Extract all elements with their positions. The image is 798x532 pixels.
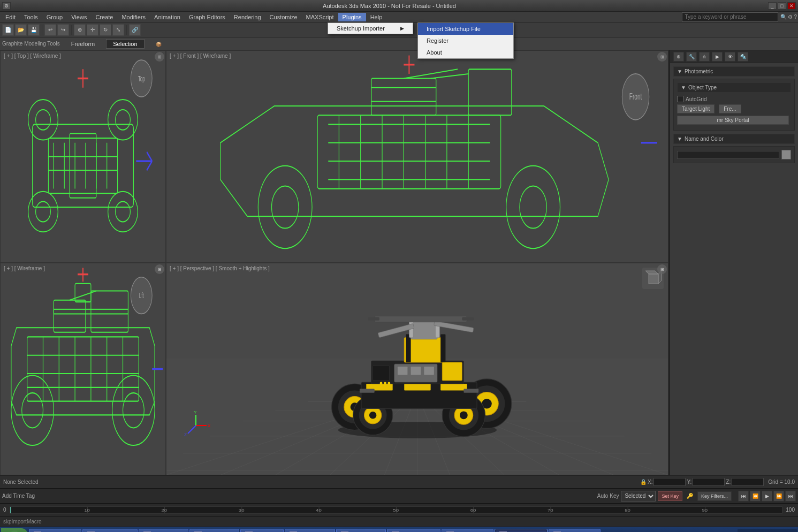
- play-back-button[interactable]: ⏮: [738, 491, 749, 501]
- viewport-front-corner[interactable]: ⊞: [657, 52, 667, 62]
- menu-modifiers[interactable]: Modifiers: [117, 13, 150, 21]
- selected-dropdown[interactable]: Selected: [621, 491, 656, 501]
- close-button[interactable]: ✕: [787, 2, 796, 10]
- taskbar-items: 📁 Windows Ta... 🔧 SimLabCore ... 📄 3 Mic…: [29, 529, 736, 533]
- utilities-icon-btn[interactable]: 🔩: [738, 52, 748, 62]
- svg-point-100: [462, 378, 512, 428]
- svg-line-94: [417, 393, 450, 475]
- tab-freeform[interactable]: Freeform: [64, 39, 102, 49]
- menu-graph-editors[interactable]: Graph Editors: [185, 13, 230, 21]
- taskbar-microsoft3[interactable]: 📄 3 Microsoft...: [336, 529, 386, 533]
- toolbar-rotate[interactable]: ↻: [100, 24, 111, 36]
- toolbar-move[interactable]: ✛: [87, 24, 98, 36]
- next-frame-button[interactable]: ⏩: [773, 491, 784, 501]
- taskbar-advanced[interactable]: ⚙ Advanced In...: [387, 529, 440, 533]
- display-icon-btn[interactable]: 👁: [725, 52, 735, 62]
- menu-animation[interactable]: Animation: [150, 13, 185, 21]
- name-color-header[interactable]: ▼ Name and Color: [673, 134, 795, 144]
- svg-point-140: [379, 382, 382, 384]
- taskbar-output-jpg[interactable]: 🖼 output.jpg - ...: [549, 529, 601, 533]
- color-swatch[interactable]: [781, 150, 791, 159]
- taskbar-calculator[interactable]: 🔢 Calculator: [240, 529, 284, 533]
- menu-bar: Edit Tools Group Views Create Modifiers …: [0, 12, 798, 22]
- name-input[interactable]: [677, 151, 779, 159]
- menu-group[interactable]: Group: [42, 13, 67, 21]
- y-label: Y:: [687, 479, 691, 485]
- start-button[interactable]: ⊞: [1, 528, 28, 533]
- target-light-button[interactable]: Target Light: [677, 104, 715, 113]
- taskbar-windows2[interactable]: 🪟 2 Windows...: [189, 529, 239, 533]
- svg-text:70: 70: [547, 508, 553, 512]
- taskbar-microsoft1[interactable]: 📄 3 Microsoft...: [139, 529, 188, 533]
- photometric-header[interactable]: ▼ Photometric: [673, 66, 795, 77]
- svg-text:Z: Z: [184, 432, 187, 437]
- menu-help[interactable]: Help: [366, 13, 387, 21]
- viewport-left[interactable]: [ + ] [ Wireframe ] ⊞: [0, 263, 166, 475]
- register-item[interactable]: Register: [418, 35, 513, 47]
- tab-more[interactable]: 📦: [149, 39, 169, 49]
- taskbar-windows-ta[interactable]: 📁 Windows Ta...: [29, 529, 81, 533]
- svg-text:60: 60: [470, 508, 476, 512]
- menu-customize[interactable]: Customize: [265, 13, 302, 21]
- play-forward-button[interactable]: ⏭: [785, 491, 796, 501]
- viewport-perspective-corner[interactable]: ⊞: [657, 264, 667, 274]
- taskbar-untitled-au[interactable]: 🎲 Untitled - Au...: [495, 529, 548, 533]
- viewport-perspective[interactable]: [ + ] [ Perspective ] [ Smooth + Highlig…: [166, 263, 668, 475]
- taskbar-simlab[interactable]: 🔧 SimLabCore ...: [82, 529, 138, 533]
- set-key-button[interactable]: Set Key: [658, 491, 682, 501]
- viewport-top[interactable]: [ + ] [ Top ] [ Wireframe ] ⊞: [0, 50, 166, 263]
- x-input[interactable]: [653, 478, 686, 486]
- z-input[interactable]: [732, 478, 764, 486]
- menu-tools[interactable]: Tools: [20, 13, 42, 21]
- import-sketchup-item[interactable]: Import Sketchup File: [418, 23, 513, 35]
- maximize-button[interactable]: □: [778, 2, 786, 10]
- about-item[interactable]: About: [418, 47, 513, 58]
- create-icon-btn[interactable]: ⊕: [673, 52, 684, 62]
- svg-rect-121: [442, 362, 462, 381]
- toolbar-new[interactable]: 📄: [2, 24, 14, 36]
- viewport-left-corner[interactable]: ⊞: [155, 264, 164, 274]
- timeline-track[interactable]: 10 20 30 40 50 60 70 80 90: [10, 506, 783, 514]
- toolbar-save[interactable]: 💾: [28, 24, 40, 36]
- minimize-button[interactable]: _: [768, 2, 777, 10]
- key-filters-button[interactable]: Key Filters...: [697, 491, 732, 501]
- viewport-front[interactable]: [ + ] [ Front ] [ Wireframe ] ⊞: [166, 50, 668, 263]
- play-button[interactable]: ▶: [762, 491, 772, 501]
- hierarchy-icon-btn[interactable]: ⋔: [699, 52, 710, 62]
- help-icon[interactable]: ?: [794, 14, 797, 20]
- toolbar-scale[interactable]: ⤡: [112, 24, 124, 36]
- menu-maxscript[interactable]: MAXScript: [302, 13, 338, 21]
- svg-rect-139: [463, 389, 478, 392]
- window-controls[interactable]: _ □ ✕: [768, 2, 796, 10]
- menu-plugins[interactable]: Plugins: [338, 13, 366, 21]
- menu-rendering[interactable]: Rendering: [230, 13, 265, 21]
- name-color-label: Name and Color: [685, 136, 724, 142]
- z-label: Z:: [726, 479, 731, 485]
- toolbar-open[interactable]: 📂: [15, 24, 27, 36]
- options-icon[interactable]: ⚙: [788, 14, 793, 20]
- status-bar: None Selected 🔒 X: Y: Z: Grid = 10.0: [0, 475, 798, 488]
- axis-indicator: X Y Z: [180, 409, 212, 443]
- toolbar-redo[interactable]: ↪: [57, 24, 69, 36]
- mr-sky-portal-button[interactable]: mr Sky Portal: [677, 116, 789, 125]
- y-input[interactable]: [693, 478, 725, 486]
- search-input[interactable]: [682, 12, 778, 22]
- tab-selection[interactable]: Selection: [106, 39, 144, 49]
- motion-icon-btn[interactable]: ▶: [712, 52, 723, 62]
- taskbar-simlab-path[interactable]: 📂 C:\simlab\Si...: [442, 529, 494, 533]
- toolbar-snap[interactable]: 🔗: [129, 24, 141, 36]
- free-button[interactable]: Fre...: [719, 104, 741, 113]
- sketchup-importer-item[interactable]: Sketchup Importer: [328, 23, 413, 34]
- viewport-top-corner[interactable]: ⊞: [155, 52, 164, 62]
- modify-icon-btn[interactable]: 🔧: [686, 52, 697, 62]
- toolbar-select[interactable]: ⊕: [74, 24, 86, 36]
- menu-create[interactable]: Create: [91, 13, 117, 21]
- taskbar-window10[interactable]: 🪟 10 Window...: [285, 529, 335, 533]
- autogrid-checkbox[interactable]: [677, 96, 683, 102]
- prev-frame-button[interactable]: ⏪: [750, 491, 761, 501]
- object-type-header[interactable]: ▼ Object Type: [677, 82, 791, 93]
- search-icon[interactable]: 🔍: [780, 14, 787, 20]
- menu-views[interactable]: Views: [67, 13, 91, 21]
- toolbar-undo[interactable]: ↩: [44, 24, 56, 36]
- menu-edit[interactable]: Edit: [1, 13, 20, 21]
